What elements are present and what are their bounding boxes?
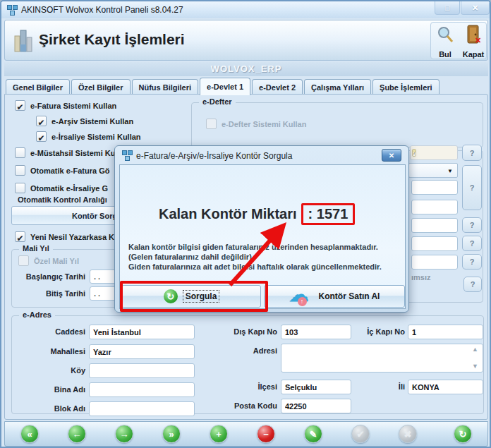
- info-line-2: (Gelen faturalarınız dahil değildir): [128, 253, 252, 261]
- find-button[interactable]: Bul: [431, 23, 459, 60]
- find-close-panel: Bul ✕ Kapat: [430, 22, 487, 59]
- eirsaliye-checkbox[interactable]: ✔: [36, 131, 47, 142]
- page-header: Şirket Kayıt İşlemleri Bul ✕ Kapat: [4, 20, 488, 61]
- caddesi-input[interactable]: [89, 325, 195, 339]
- remaining-credit-value: : 1571: [301, 203, 356, 225]
- edefter-checkbox[interactable]: [206, 119, 217, 129]
- oto-eirsaliye-checkbox[interactable]: [15, 183, 25, 193]
- bina-adi-input[interactable]: [89, 382, 195, 397]
- first-record-button[interactable]: «: [20, 425, 39, 443]
- dis-kapi-input[interactable]: [281, 325, 351, 339]
- help-button-2[interactable]: ?: [462, 165, 482, 210]
- help-button-3[interactable]: ?: [462, 217, 482, 233]
- dialog-close-button[interactable]: ✕: [382, 149, 401, 162]
- ili-input[interactable]: [408, 380, 483, 394]
- title-bar: AKINSOFT Wolvox Kontrol Paneli s8.04.27 …: [1, 1, 490, 18]
- search-icon: [436, 25, 454, 44]
- kontor-sorgula-dialog: e-Fatura/e-Arşiv/e-İrsaliye Kontör Sorgu…: [114, 145, 409, 313]
- last-record-button[interactable]: »: [162, 425, 181, 443]
- koy-input[interactable]: [89, 363, 195, 378]
- ic-kapi-label: İç Kapı No: [344, 327, 405, 336]
- dialog-body: Kalan Kontör Miktarı : 1571 Kalan kontör…: [119, 164, 406, 309]
- adresi-textarea[interactable]: [281, 344, 483, 373]
- tab-ozel-bilgiler[interactable]: Özel Bilgiler: [71, 79, 131, 95]
- baslangic-label: Başlangıç Tarihi: [15, 272, 85, 281]
- maximize-button[interactable]: □: [435, 1, 460, 15]
- record-toolbar: « ← → » + − ✎ ✔ ✖ ↻: [4, 421, 488, 447]
- page-title: Şirket Kayıt İşlemleri: [39, 31, 185, 48]
- scroll-down-icon[interactable]: ▼: [472, 363, 478, 370]
- blok-adi-input[interactable]: [89, 401, 195, 416]
- remaining-credit-line: Kalan Kontör Miktarı : 1571: [159, 203, 355, 225]
- close-button[interactable]: ✕: [461, 1, 490, 15]
- next-record-button[interactable]: →: [115, 425, 133, 443]
- info-line-1: Kalan kontör bilgisi giden faturalarınız…: [128, 243, 378, 251]
- info-line-3: Giden faturalarınıza ait adet bilgisi ha…: [128, 262, 382, 271]
- emustahsil-checkbox[interactable]: [15, 147, 25, 158]
- bitis-label: Bitiş Tarihi: [15, 289, 85, 298]
- dialog-title: e-Fatura/e-Arşiv/e-İrsaliye Kontör Sorgu…: [136, 151, 292, 161]
- earsiv-checkbox[interactable]: ✔: [36, 116, 47, 126]
- settings-input-1[interactable]: [411, 180, 458, 195]
- koy-label: Köy: [19, 366, 85, 375]
- mahallesi-input[interactable]: [89, 344, 195, 359]
- settings-input-3[interactable]: [411, 218, 458, 233]
- chevron-down-icon: ▼: [447, 168, 453, 174]
- ic-kapi-input[interactable]: [408, 325, 483, 339]
- accept-button[interactable]: ✔: [351, 425, 370, 443]
- oto-efatura-checkbox[interactable]: [15, 165, 25, 176]
- eadres-legend: e-Adres: [19, 310, 55, 319]
- refresh-button[interactable]: ↻: [454, 425, 472, 443]
- edefter-group: e-Defter e-Defter Sistemi Kullan: [191, 102, 483, 147]
- bina-adi-label: Bina Adı: [19, 385, 85, 394]
- add-record-button[interactable]: +: [210, 425, 228, 443]
- oto-efatura-label: Otomatik e-Fatura Gö: [30, 167, 109, 175]
- yazarkasa-checkbox[interactable]: ✔: [15, 231, 25, 242]
- mahallesi-label: Mahallesi: [19, 347, 85, 356]
- tab-sube-islemleri[interactable]: Şube İşlemleri: [372, 79, 440, 95]
- settings-input-2[interactable]: [411, 200, 458, 214]
- ozel-mali-yil-checkbox[interactable]: [18, 255, 29, 266]
- blok-adi-label: Blok Adı: [19, 404, 85, 413]
- dis-kapi-label: Dış Kapı No: [221, 327, 277, 336]
- help-button-4[interactable]: ?: [462, 236, 482, 251]
- scroll-up-icon[interactable]: ▲: [472, 346, 478, 353]
- prev-record-button[interactable]: ←: [68, 425, 86, 443]
- company-bar: WOLVOX_ERP: [4, 62, 488, 76]
- cancel-button[interactable]: ✖: [399, 425, 417, 443]
- settings-date-field[interactable]: 7: [410, 145, 458, 160]
- help-button-5[interactable]: ?: [462, 254, 482, 270]
- efatura-label: e-Fatura Sistemi Kullan: [30, 102, 116, 110]
- app-icon: [7, 5, 17, 15]
- help-button-6[interactable]: ?: [463, 277, 482, 292]
- eirsaliye-label: e-İrsaliye Sistemi Kullan: [51, 133, 141, 141]
- tab-nufus-bilgileri[interactable]: Nüfus Bilgileri: [132, 79, 199, 95]
- cloud-icon: ☁ ↑: [289, 287, 313, 305]
- tab-e-devlet-1[interactable]: e-Devlet 1: [200, 78, 250, 95]
- tab-calisma-yillari[interactable]: Çalışma Yılları: [304, 79, 371, 95]
- window-title: AKINSOFT Wolvox Kontrol Paneli s8.04.27: [21, 5, 183, 15]
- svg-text:✕: ✕: [475, 36, 481, 44]
- delete-record-button[interactable]: −: [257, 425, 275, 443]
- ilcesi-label: İlçesi: [221, 382, 277, 391]
- eadres-group: e-Adres Caddesi Mahallesi Köy Bina Adı B…: [11, 315, 484, 414]
- ilcesi-input[interactable]: [281, 380, 351, 394]
- dialog-icon: [122, 150, 132, 160]
- up-arrow-badge: ↑: [298, 297, 307, 306]
- tab-e-devlet-2[interactable]: e-Devlet 2: [252, 79, 303, 95]
- edit-record-button[interactable]: ✎: [304, 425, 322, 443]
- posta-kodu-input[interactable]: [281, 399, 351, 413]
- tab-strip: Genel Bilgiler Özel Bilgiler Nüfus Bilgi…: [4, 78, 488, 95]
- efatura-checkbox[interactable]: ✔: [15, 100, 25, 111]
- tab-genel-bilgiler[interactable]: Genel Bilgiler: [6, 79, 70, 95]
- help-button-1[interactable]: ?: [462, 145, 482, 161]
- kontor-satin-al-button[interactable]: ☁ ↑ Kontör Satın Al: [264, 285, 405, 308]
- settings-dropdown[interactable]: ▼: [408, 163, 458, 178]
- door-icon: ✕: [465, 25, 482, 44]
- settings-input-4[interactable]: [411, 236, 458, 251]
- kontrol-araligi-label: Otomatik Kontrol Aralığı: [18, 195, 107, 204]
- settings-input-5[interactable]: [411, 255, 458, 270]
- close-form-button[interactable]: ✕ Kapat: [459, 23, 487, 60]
- oto-eirsaliye-label: Otomatik e-İrsaliye G: [30, 184, 108, 193]
- satin-al-label: Kontör Satın Al: [319, 291, 380, 301]
